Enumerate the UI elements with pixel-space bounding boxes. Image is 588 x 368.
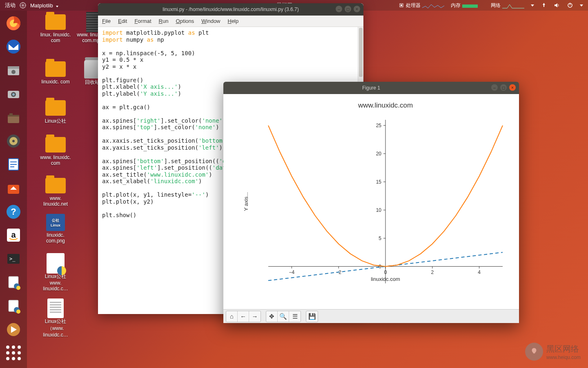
figure-toolbar: ⌂←→✥🔍☰💾 [223, 309, 519, 323]
desktop-icon-folder3[interactable]: Linux公社 [38, 99, 73, 125]
desktop-icon-doc1[interactable]: Linux公社（www. linuxidc.c… [38, 299, 73, 338]
menu-run[interactable]: Run [159, 18, 169, 24]
net-graph [502, 2, 524, 9]
close-button[interactable]: × [509, 84, 516, 91]
editor-titlebar[interactable]: linuxmi.py - /home/linuxidc/www.linuxidc… [98, 3, 363, 16]
figtool-forward-button[interactable]: → [249, 311, 261, 322]
launcher-files[interactable] [3, 60, 24, 81]
launcher-help[interactable]: ? [3, 202, 24, 222]
menu-help[interactable]: Help [228, 18, 239, 24]
system-dropdown-icon[interactable] [580, 4, 583, 7]
cpu-indicator[interactable]: 处理器 [399, 2, 444, 9]
figtool-back-button[interactable]: ← [238, 311, 249, 322]
svg-point-19 [12, 140, 15, 142]
svg-text:Y axis...: Y axis... [243, 192, 249, 211]
launcher-software[interactable] [3, 178, 24, 198]
svg-text:a: a [11, 230, 16, 239]
figure-titlebar[interactable]: Figure 1 – ◻ × [223, 82, 519, 94]
svg-text:25: 25 [376, 123, 382, 128]
svg-text:2: 2 [431, 269, 434, 275]
launcher-rhythmbox[interactable] [3, 131, 24, 151]
svg-point-37 [16, 310, 20, 314]
svg-rect-15 [8, 115, 19, 117]
menu-format[interactable]: Format [134, 18, 151, 24]
cpu-graph [422, 2, 444, 9]
chevron-down-icon [56, 6, 58, 7]
svg-point-34 [16, 286, 20, 290]
desktop-icon-folder2[interactable]: linuxidc. com [38, 60, 73, 85]
desktop-icon-folder4[interactable]: www. linuxidc. com [38, 136, 73, 166]
svg-point-10 [11, 70, 16, 74]
launcher-shotwell[interactable] [3, 84, 24, 104]
svg-text:10: 10 [376, 207, 382, 213]
editor-menubar: FileEditFormatRunOptionsWindowHelp [98, 16, 363, 27]
svg-rect-2 [401, 4, 402, 6]
figtool-zoom-button[interactable]: 🔍 [278, 311, 289, 322]
launcher-dock: ?a>_ [0, 11, 27, 368]
figtool-config-button[interactable]: ☰ [289, 311, 301, 322]
indicator-dropdown-icon[interactable] [531, 4, 534, 7]
maximize-button[interactable]: ◻ [500, 84, 507, 91]
launcher-amazon[interactable]: a [3, 225, 24, 245]
cpu-icon [399, 2, 404, 8]
svg-text:>_: >_ [9, 256, 16, 262]
mem-graph [462, 2, 484, 9]
watermark: 黑区网络www.heiqu.com [525, 343, 581, 361]
power-icon[interactable] [567, 2, 573, 9]
launcher-thunderbird[interactable] [3, 37, 24, 57]
figtool-home-button[interactable]: ⌂ [226, 311, 238, 322]
launcher-writer[interactable] [3, 155, 24, 175]
launcher-pitivi[interactable] [3, 319, 24, 340]
svg-text:−4: −4 [289, 269, 295, 275]
menu-options[interactable]: Options [176, 18, 194, 24]
figtool-save-button[interactable]: 💾 [306, 311, 318, 322]
svg-point-13 [12, 93, 15, 96]
volume-icon[interactable] [554, 2, 560, 9]
maximize-button[interactable]: ◻ [345, 6, 351, 12]
net-indicator[interactable]: 网络 [491, 2, 524, 9]
svg-text:www.linuxidc.com: www.linuxidc.com [358, 101, 413, 109]
network-icon[interactable] [541, 2, 547, 9]
minimize-button[interactable]: – [491, 84, 498, 91]
app-menu-name[interactable]: Matplotlib [30, 2, 58, 9]
menu-window[interactable]: Window [201, 18, 220, 24]
svg-text:?: ? [11, 206, 16, 217]
matplotlib-figure-window[interactable]: Figure 1 – ◻ × www.linuxidc.comY axis...… [223, 82, 519, 323]
minimize-button[interactable]: – [336, 6, 342, 12]
svg-rect-16 [9, 113, 13, 115]
svg-text:5: 5 [379, 236, 381, 241]
menu-file[interactable]: File [102, 18, 111, 24]
svg-rect-9 [8, 66, 19, 69]
desktop-icon-folder1[interactable]: linux. linuxidc. com [38, 13, 73, 43]
desktop-icon-img1[interactable]: 公社Linuxlinuxidc. com.png [38, 213, 73, 244]
svg-text:20: 20 [376, 151, 382, 157]
svg-text:0: 0 [379, 264, 381, 269]
editor-title-text: linuxmi.py - /home/linuxidc/www.linuxidc… [163, 7, 298, 12]
activities-button[interactable]: 活动 [5, 2, 16, 9]
app-icon [20, 2, 26, 9]
close-button[interactable]: × [354, 6, 360, 12]
launcher-firefox[interactable] [3, 13, 24, 34]
show-applications-button[interactable] [3, 343, 24, 363]
menu-edit[interactable]: Edit [118, 18, 127, 24]
desktop-icon-py1[interactable]: Linux公社 www. linuxidc.c… [38, 254, 73, 292]
plot-canvas: www.linuxidc.comY axis...linuxidc.com−4−… [223, 94, 519, 309]
desktop-icon-folder5[interactable]: www. linuxidc.net [38, 177, 73, 207]
watermark-icon [525, 343, 543, 361]
svg-text:0: 0 [384, 269, 387, 275]
mem-indicator[interactable]: 内存 [451, 2, 484, 9]
launcher-idle[interactable] [3, 272, 24, 293]
svg-text:15: 15 [376, 179, 382, 185]
launcher-nautilus[interactable] [3, 107, 24, 128]
figtool-pan-button[interactable]: ✥ [266, 311, 278, 322]
figure-title-text: Figure 1 [362, 85, 380, 91]
launcher-idle2[interactable] [3, 296, 24, 316]
launcher-terminal[interactable]: >_ [3, 249, 24, 269]
svg-text:4: 4 [478, 269, 481, 275]
